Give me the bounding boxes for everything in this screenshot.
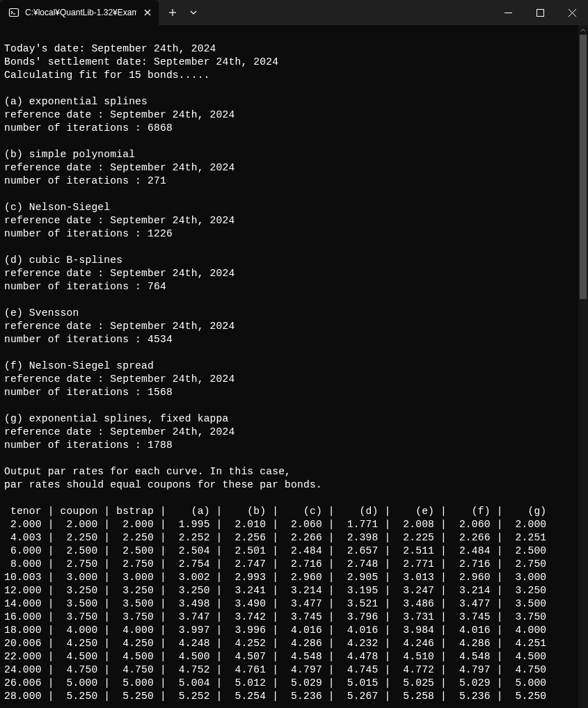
scrollbar[interactable]	[578, 25, 588, 708]
terminal-icon	[8, 7, 19, 18]
terminal-output[interactable]: Today's date: September 24th, 2024 Bonds…	[0, 25, 578, 708]
svg-rect-7	[537, 9, 543, 16]
close-icon[interactable]	[142, 7, 153, 18]
minimize-button[interactable]	[492, 0, 524, 25]
svg-rect-0	[10, 9, 19, 17]
tab-title: C:¥local¥QuantLib-1.32¥Examp	[25, 8, 136, 17]
window-controls	[492, 0, 588, 25]
tab-active[interactable]: C:¥local¥QuantLib-1.32¥Examp	[0, 0, 159, 25]
scroll-arrow-up-icon[interactable]	[578, 25, 588, 35]
maximize-button[interactable]	[524, 0, 556, 25]
titlebar: C:¥local¥QuantLib-1.32¥Examp	[0, 0, 588, 25]
scrollbar-thumb[interactable]	[580, 35, 587, 299]
titlebar-left: C:¥local¥QuantLib-1.32¥Examp	[0, 0, 203, 25]
dropdown-button[interactable]	[184, 1, 203, 24]
close-button[interactable]	[556, 0, 588, 25]
new-tab-button[interactable]	[161, 1, 184, 24]
content-area: Today's date: September 24th, 2024 Bonds…	[0, 25, 588, 708]
